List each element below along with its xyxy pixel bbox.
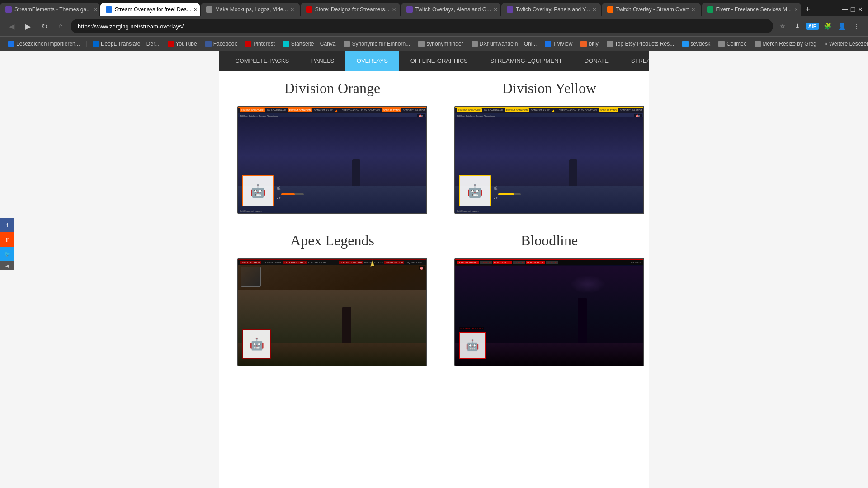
overlay-item-3: Bloodline FOLLOWERNAME ♦♦ RED ♦♦ DONATIO… (454, 232, 644, 366)
tab-close-0[interactable]: × (91, 6, 97, 13)
overlay-title-2: Apex Legends (290, 232, 374, 249)
browser-chrome: StreamElements - Themes ga... × Stream O… (0, 0, 868, 51)
tab-6[interactable]: Twitch Overlay - Stream Overt × (602, 3, 701, 16)
tab-favicon-3 (306, 6, 312, 13)
bookmark-pinterest[interactable]: Pinterest (241, 39, 278, 49)
bookmark-collmex[interactable]: Collmex (715, 39, 750, 49)
nav-offline-graphics[interactable]: – OFFLINE-GRAPHICS – (399, 51, 479, 71)
bookmark-facebook[interactable]: Facebook (202, 39, 241, 49)
tab-close-5[interactable]: × (590, 6, 596, 13)
page-wrapper: 🏠 – COMPLETE-PACKS – – PANELS – – OVERLA… (219, 51, 649, 488)
maximize-button[interactable]: □ (851, 5, 855, 14)
bookmark-0[interactable]: Lesezeichen importieren... (5, 39, 84, 49)
minimize-button[interactable]: ─ (842, 5, 848, 14)
tab-label-6: Twitch Overlay - Stream Overt (616, 6, 689, 13)
forward-button[interactable]: ▶ (22, 20, 34, 33)
tab-label-3: Store: Designs for Streamers... (315, 6, 390, 13)
main-content: 🏠 – COMPLETE-PACKS – – PANELS – – OVERLA… (0, 51, 868, 488)
bookmark-canva[interactable]: Startseite – Canva (279, 39, 340, 49)
back-button[interactable]: ◀ (5, 20, 18, 33)
tab-close-1[interactable]: × (191, 6, 198, 13)
bookmark-deepl[interactable]: DeepL Translate – Der... (89, 39, 163, 49)
bookmark-sevdesk[interactable]: sevdesk (679, 39, 714, 49)
overlay-grid: Division Orange RECENT FOLLOWER FOLLOWER… (237, 80, 631, 366)
bookmark-merch-resize[interactable]: Merch Resize by Greg (751, 39, 820, 49)
tab-favicon-7 (707, 6, 713, 13)
new-tab-button[interactable]: + (802, 5, 814, 14)
content-area: Division Orange RECENT FOLLOWER FOLLOWER… (219, 71, 649, 375)
overlay-image-0[interactable]: RECENT FOLLOWER FOLLOWERNAME RECENT DONA… (237, 106, 427, 214)
nav-streaming-equipment[interactable]: – STREAMING-EQUIPMENT – (479, 51, 573, 71)
overlay-image-3[interactable]: FOLLOWERNAME ♦♦ RED ♦♦ DONATION £20 ♦♦ R… (454, 258, 644, 366)
tab-1[interactable]: Stream Overlays for free! Des... × (100, 3, 200, 16)
reload-button[interactable]: ↻ (38, 20, 51, 33)
tab-3[interactable]: Store: Designs for Streamers... × (301, 3, 400, 16)
bookmark-bitly[interactable]: bitly (577, 39, 602, 49)
tab-favicon-6 (607, 6, 613, 13)
tab-7[interactable]: Fiverr - Freelance Services M... × (702, 3, 801, 16)
extensions-puzzle-button[interactable]: 🧩 (821, 20, 834, 33)
bookmark-synonym-finder[interactable]: synonym finder (415, 39, 467, 49)
tab-favicon-4 (406, 6, 413, 13)
tab-close-7[interactable]: × (792, 6, 798, 13)
facebook-share-button[interactable]: f (0, 218, 14, 232)
bookmarks-separator-0: | (85, 40, 88, 48)
tab-favicon-0 (5, 6, 12, 13)
overlay-item-0: Division Orange RECENT FOLLOWER FOLLOWER… (237, 80, 427, 214)
nav-overlays[interactable]: – OVERLAYS – (345, 51, 399, 71)
bookmark-synonyme[interactable]: Synonyme für Einhorn... (340, 39, 414, 49)
overlay-title-1: Division Yellow (502, 80, 596, 97)
overlay-item-1: Division Yellow RECENT FOLLOWER FOLLOWER… (454, 80, 644, 214)
nav-home[interactable]: 🏠 (219, 51, 224, 71)
bookmark-top-etsy[interactable]: Top Etsy Products Res... (603, 39, 678, 49)
site-navigation: 🏠 – COMPLETE-PACKS – – PANELS – – OVERLA… (219, 51, 649, 71)
tab-label-1: Stream Overlays for free! Des... (115, 6, 191, 13)
extensions-button[interactable]: AIP (806, 23, 819, 30)
nav-complete-packs[interactable]: – COMPLETE-PACKS – (224, 51, 300, 71)
tab-bar: StreamElements - Themes ga... × Stream O… (0, 0, 868, 16)
tab-favicon-1 (106, 6, 112, 13)
menu-button[interactable]: ⋮ (850, 20, 863, 33)
reddit-share-button[interactable]: r (0, 232, 14, 247)
bookmark-youtube[interactable]: YouTube (164, 39, 201, 49)
overlay-image-1[interactable]: RECENT FOLLOWER FOLLOWERNAME RECENT DONA… (454, 106, 644, 214)
tab-close-3[interactable]: × (389, 6, 396, 13)
bookmark-more[interactable]: » Weitere Lesezeiche... (821, 39, 868, 49)
profile-button[interactable]: 👤 (835, 20, 848, 33)
tab-label-7: Fiverr - Freelance Services M... (716, 6, 792, 13)
nav-panels[interactable]: – PANELS – (300, 51, 345, 71)
bookmark-tmview[interactable]: TMView (541, 39, 576, 49)
tab-0[interactable]: StreamElements - Themes ga... × (0, 3, 99, 16)
tab-label-5: Twitch Overlay, Panels and Y... (516, 6, 590, 13)
bookmarks-bar: Lesezeichen importieren... | DeepL Trans… (0, 36, 868, 51)
tab-close-2[interactable]: × (288, 6, 294, 13)
overlay-item-2: Apex Legends LAST FOLLOWER FOLLOWERNAME … (237, 232, 427, 366)
tab-label-2: Make Mockups, Logos, Vide... (215, 6, 288, 13)
tab-5[interactable]: Twitch Overlay, Panels and Y... × (501, 3, 601, 16)
tab-favicon-5 (507, 6, 513, 13)
social-sidebar: f r 🐦 ◀ (0, 218, 14, 270)
tab-label-4: Twitch Overlays, Alerts and G... (415, 6, 491, 13)
toolbar-icons: ☆ ⬇ AIP 🧩 👤 ⋮ (777, 20, 863, 33)
downloads-button[interactable]: ⬇ (791, 20, 804, 33)
home-button[interactable]: ⌂ (54, 20, 67, 33)
tab-close-6[interactable]: × (689, 6, 695, 13)
tab-favicon-2 (206, 6, 212, 13)
tab-4[interactable]: Twitch Overlays, Alerts and G... × (401, 3, 500, 16)
nav-stream[interactable]: – STREAM – (620, 51, 649, 71)
overlay-title-3: Bloodline (521, 232, 578, 249)
address-bar[interactable] (71, 19, 773, 33)
overlay-title-0: Division Orange (284, 80, 380, 97)
nav-donate[interactable]: – DONATE – (573, 51, 620, 71)
bookmark-dxf[interactable]: DXf umwandeln – Onl... (468, 39, 541, 49)
close-button[interactable]: × (858, 5, 863, 14)
bookmark-star-button[interactable]: ☆ (777, 20, 789, 33)
social-expand-button[interactable]: ◀ (0, 261, 14, 270)
twitter-share-button[interactable]: 🐦 (0, 247, 14, 261)
tab-label-0: StreamElements - Themes ga... (14, 6, 91, 13)
tab-2[interactable]: Make Mockups, Logos, Vide... × (201, 3, 300, 16)
overlay-image-2[interactable]: LAST FOLLOWER FOLLOWERNAME LAST SUBSCRIB… (237, 258, 427, 366)
tab-close-4[interactable]: × (491, 6, 497, 13)
browser-toolbar: ◀ ▶ ↻ ⌂ ☆ ⬇ AIP 🧩 👤 ⋮ (0, 16, 868, 36)
